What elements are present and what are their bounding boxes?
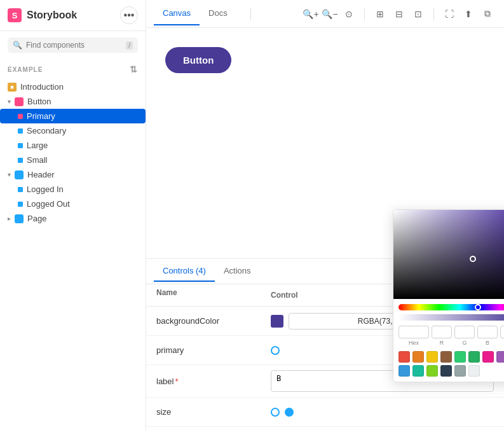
zoom-out-button[interactable]: 🔍−: [321, 5, 339, 23]
main-panel: Canvas Docs 🔍+ 🔍− ⊙ ⊞ ⊟ ⊡ ⛶ ⬆ ⧉: [146, 0, 504, 430]
g-input[interactable]: 58: [454, 326, 475, 338]
search-icon: 🔍: [13, 41, 22, 50]
nav-tree: ■ Introduction ▾ Button Primary Secondar…: [0, 77, 146, 228]
zoom-controls: 🔍+ 🔍− ⊙: [302, 5, 358, 23]
component-icon: [15, 97, 24, 106]
top-toolbar: Canvas Docs 🔍+ 🔍− ⊙ ⊞ ⊟ ⊡ ⛶ ⬆ ⧉: [146, 0, 504, 28]
share-button[interactable]: ⬆: [460, 5, 477, 23]
panel-tab-group: Controls (4) Actions: [154, 261, 260, 282]
search-input[interactable]: [26, 41, 122, 50]
sidebar-item-label: Introduction: [20, 82, 64, 92]
radio-size-1[interactable]: [271, 408, 280, 417]
color-swatch[interactable]: [468, 351, 480, 363]
sidebar-item-label: Logged Out: [27, 199, 70, 209]
g-input-field: 58 G: [454, 326, 475, 346]
toolbar-separator-3: [433, 8, 434, 20]
r-input[interactable]: 73: [432, 326, 452, 338]
tab-docs[interactable]: Docs: [200, 2, 236, 25]
r-label: R: [432, 340, 452, 346]
color-gradient-cursor[interactable]: [470, 256, 476, 262]
b-input[interactable]: 150: [477, 326, 498, 338]
a-input[interactable]: 100: [500, 326, 504, 338]
radio-button-unchecked[interactable]: [271, 346, 280, 355]
section-toggle-icon[interactable]: ⇅: [130, 64, 138, 74]
tab-controls[interactable]: Controls (4): [154, 261, 215, 282]
color-swatch[interactable]: [412, 351, 424, 363]
color-swatch[interactable]: [398, 351, 410, 363]
opacity-strip[interactable]: [398, 314, 504, 321]
outline-view-button[interactable]: ⊡: [409, 5, 427, 23]
color-swatch[interactable]: [468, 365, 480, 377]
sidebar-item-button[interactable]: ▾ Button: [0, 94, 146, 109]
radio-size-2-checked[interactable]: [285, 408, 294, 417]
toolbar-separator-2: [364, 8, 365, 20]
color-swatch[interactable]: [496, 351, 504, 363]
chevron-down-icon: ▾: [8, 171, 11, 178]
sidebar-section-example: EXAMPLE ⇅: [0, 59, 146, 77]
sidebar-item-label: Primary: [27, 111, 55, 121]
canvas-tabs: Canvas Docs: [154, 2, 236, 25]
color-inputs-row: 493A9 Hex 73 R 58 G 150 B 100 A: [393, 321, 504, 346]
hue-thumb[interactable]: [475, 304, 481, 310]
sidebar-item-label: Small: [27, 155, 48, 165]
sidebar-item-label: Secondary: [27, 126, 66, 135]
hex-input-field: 493A9 Hex: [398, 326, 429, 346]
sidebar-menu-button[interactable]: •••: [120, 6, 138, 24]
component-icon: [15, 170, 24, 179]
table-row: onClick —: [146, 427, 504, 430]
sidebar-item-header[interactable]: ▾ Header: [0, 167, 146, 182]
hue-strip[interactable]: [398, 304, 504, 310]
search-shortcut: /: [126, 41, 133, 50]
search-bar[interactable]: 🔍 /: [8, 38, 138, 53]
sidebar-item-primary[interactable]: Primary: [0, 109, 146, 123]
color-swatch[interactable]: [440, 365, 452, 377]
color-swatch[interactable]: [426, 351, 438, 363]
color-swatch[interactable]: [412, 365, 424, 377]
control-name-bgcolor: backgroundColor: [156, 316, 271, 326]
sidebar: S Storybook ••• 🔍 / EXAMPLE ⇅ ■ Introduc…: [0, 0, 146, 430]
color-swatch[interactable]: [454, 351, 466, 363]
grid-view-button[interactable]: ⊟: [390, 5, 408, 23]
sidebar-item-page[interactable]: ▸ Page: [0, 211, 146, 226]
sidebar-item-large[interactable]: Large: [0, 138, 146, 153]
color-picker-popup: 493A9 Hex 73 R 58 G 150 B 100 A: [393, 209, 504, 382]
color-gradient-picker[interactable]: [393, 210, 504, 299]
color-swatch[interactable]: [454, 365, 466, 377]
sidebar-item-label: Page: [27, 214, 46, 223]
hex-label: Hex: [398, 340, 429, 346]
sidebar-item-small[interactable]: Small: [0, 153, 146, 167]
b-label: B: [477, 340, 498, 346]
sidebar-item-secondary[interactable]: Secondary: [0, 123, 146, 138]
preview-button[interactable]: Button: [165, 47, 231, 73]
tab-actions[interactable]: Actions: [215, 261, 260, 282]
sidebar-item-logged-in[interactable]: Logged In: [0, 182, 146, 197]
required-indicator: *: [175, 377, 178, 386]
zoom-reset-button[interactable]: ⊙: [340, 5, 358, 23]
hex-input[interactable]: 493A9: [398, 326, 429, 338]
color-swatches: [393, 346, 504, 382]
sidebar-item-logged-out[interactable]: Logged Out: [0, 197, 146, 211]
control-name-size: size: [156, 407, 271, 417]
col-control-header: Control: [271, 291, 298, 300]
color-swatch[interactable]: [426, 365, 438, 377]
toolbar-icons: 🔍+ 🔍− ⊙ ⊞ ⊟ ⊡ ⛶ ⬆ ⧉: [302, 5, 496, 23]
new-tab-button[interactable]: ⧉: [479, 5, 496, 23]
view-controls: ⊞ ⊟ ⊡: [371, 5, 427, 23]
color-swatch[interactable]: [440, 351, 452, 363]
image-view-button[interactable]: ⊞: [371, 5, 389, 23]
sidebar-item-label: Large: [27, 141, 48, 150]
color-swatch[interactable]: [398, 365, 410, 377]
fullscreen-button[interactable]: ⛶: [440, 5, 458, 23]
color-swatch[interactable]: [482, 351, 494, 363]
tab-canvas[interactable]: Canvas: [154, 2, 200, 25]
sidebar-item-introduction[interactable]: ■ Introduction: [0, 80, 146, 94]
zoom-in-button[interactable]: 🔍+: [302, 5, 320, 23]
story-icon: [18, 187, 23, 192]
story-icon: [18, 158, 23, 163]
story-icon: [18, 143, 23, 148]
a-input-field: 100 A: [500, 326, 504, 346]
color-preview-swatch[interactable]: [271, 315, 283, 328]
section-label: EXAMPLE ⇅: [8, 64, 138, 74]
r-input-field: 73 R: [432, 326, 452, 346]
storybook-logo-icon: S: [8, 8, 22, 22]
